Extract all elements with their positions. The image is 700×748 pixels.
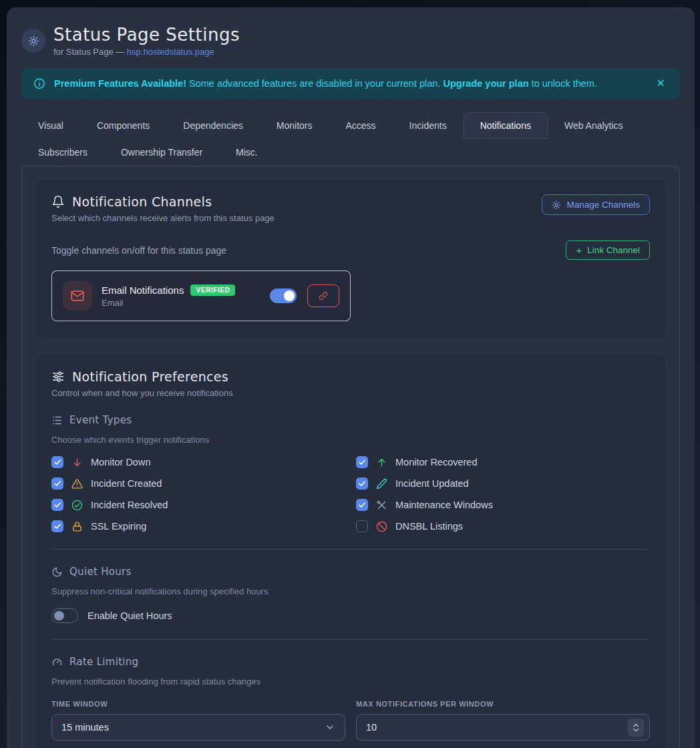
max-notifications-field: MAX NOTIFICATIONS PER WINDOW — [356, 700, 650, 741]
event-checkbox[interactable] — [356, 456, 368, 468]
tab-notifications[interactable]: Notifications — [464, 112, 548, 139]
manage-channels-button[interactable]: Manage Channels — [542, 194, 650, 215]
channels-card-subtitle: Select which channels receive alerts fro… — [51, 213, 275, 223]
tab-incidents[interactable]: Incidents — [393, 112, 464, 139]
event-types-grid: Monitor DownMonitor RecoveredIncident Cr… — [51, 455, 650, 533]
channel-link-button[interactable] — [307, 285, 339, 307]
max-notifications-input[interactable] — [357, 715, 649, 740]
link-channel-button[interactable]: + Link Channel — [566, 240, 650, 260]
arrow-up-icon — [376, 457, 387, 468]
tab-visual[interactable]: Visual — [21, 112, 80, 139]
toggle-knob — [284, 291, 295, 301]
quiet-hours-subtitle: Suppress non-critical notifications duri… — [51, 586, 650, 596]
rate-limiting-subtitle: Prevent notification flooding from rapid… — [51, 677, 650, 687]
banner-suffix-text: to unlock them. — [529, 78, 597, 89]
pencil-icon — [376, 478, 387, 490]
gear-icon — [21, 29, 45, 53]
page-header: Status Page Settings for Status Page — h… — [21, 25, 680, 57]
section-divider — [51, 549, 650, 550]
toggle-channels-hint: Toggle channels on/off for this status p… — [51, 245, 226, 256]
notification-channels-card: Notification Channels Select which chann… — [35, 180, 666, 337]
chevron-down-icon — [325, 722, 335, 733]
event-row: Incident Updated — [356, 477, 650, 490]
page-subtitle: for Status Page — hsp.hostedstatus.page — [53, 47, 240, 57]
event-checkbox[interactable] — [356, 478, 368, 490]
event-checkbox[interactable] — [51, 520, 63, 532]
moon-icon — [51, 566, 63, 578]
tab-monitors[interactable]: Monitors — [260, 112, 329, 139]
upgrade-plan-link[interactable]: Upgrade your plan — [443, 78, 528, 89]
chevron-up-icon — [633, 723, 639, 727]
tab-subscribers[interactable]: Subscribers — [21, 139, 104, 166]
event-checkbox[interactable] — [356, 499, 368, 511]
event-label: Incident Created — [91, 478, 162, 489]
section-divider — [51, 639, 650, 640]
quiet-hours-toggle-label: Enable Quiet Hours — [88, 610, 172, 621]
premium-banner: Premium Features Available! Some advance… — [21, 68, 680, 99]
chevron-down-icon — [633, 728, 639, 732]
link-channel-label: Link Channel — [587, 245, 640, 255]
event-row: SSL Expiring — [51, 520, 345, 533]
lock-icon — [71, 521, 83, 532]
event-row: Monitor Recovered — [356, 455, 650, 469]
number-spinner[interactable] — [628, 719, 644, 737]
event-row: Maintenance Windows — [356, 498, 650, 512]
toggle-knob — [54, 611, 64, 621]
event-checkbox[interactable] — [356, 520, 368, 532]
event-types-section-header: Event Types — [51, 414, 650, 426]
event-checkbox[interactable] — [51, 478, 63, 490]
event-label: DNSBL Listings — [395, 521, 463, 532]
time-window-value: 15 minutes — [61, 722, 109, 733]
max-notifications-label: MAX NOTIFICATIONS PER WINDOW — [356, 700, 650, 708]
banner-close-button[interactable]: ✕ — [654, 75, 668, 91]
quiet-hours-section-header: Quiet Hours — [51, 566, 650, 578]
channel-card-email: Email Notifications VERIFIED Email — [51, 270, 351, 321]
channel-name: Email Notifications — [102, 285, 184, 296]
tab-web-analytics[interactable]: Web Analytics — [548, 112, 640, 139]
preferences-card-subtitle: Control when and how you receive notific… — [51, 388, 650, 398]
tab-ownership-transfer[interactable]: Ownership Transfer — [104, 139, 219, 166]
event-label: SSL Expiring — [91, 521, 146, 532]
event-row: DNSBL Listings — [356, 520, 650, 533]
time-window-select[interactable]: 15 minutes — [51, 714, 345, 741]
time-window-label: TIME WINDOW — [51, 700, 345, 708]
verified-badge: VERIFIED — [190, 285, 235, 296]
status-page-link[interactable]: hsp.hostedstatus.page — [127, 47, 214, 57]
event-checkbox[interactable] — [51, 499, 63, 511]
arrow-down-icon — [71, 457, 83, 468]
channel-type: Email — [102, 298, 260, 308]
event-label: Maintenance Windows — [395, 500, 493, 510]
tab-dependencies[interactable]: Dependencies — [166, 112, 260, 139]
notification-preferences-card: Notification Preferences Control when an… — [35, 355, 666, 748]
event-row: Incident Created — [51, 477, 345, 490]
check-circle-icon — [71, 500, 83, 511]
tab-content-panel: Notification Channels Select which chann… — [21, 166, 680, 748]
channel-info: Email Notifications VERIFIED Email — [102, 285, 260, 308]
bell-icon — [51, 195, 65, 208]
manage-channels-label: Manage Channels — [566, 200, 640, 210]
plus-icon: + — [576, 245, 582, 255]
rate-limiting-section-header: Rate Limiting — [51, 656, 650, 668]
event-label: Monitor Recovered — [395, 457, 478, 467]
channel-toggle[interactable] — [270, 289, 297, 303]
event-types-title: Event Types — [69, 414, 132, 426]
time-window-field: TIME WINDOW 15 minutes — [51, 700, 345, 741]
banner-body-text: Some advanced features are disabled in y… — [186, 78, 443, 89]
preferences-card-title: Notification Preferences — [72, 369, 228, 384]
info-icon — [33, 77, 45, 89]
settings-tabs: VisualComponentsDependenciesMonitorsAcce… — [21, 112, 680, 166]
tab-misc[interactable]: Misc. — [219, 139, 275, 166]
event-row: Incident Resolved — [51, 498, 345, 512]
list-icon — [51, 415, 63, 426]
event-checkbox[interactable] — [51, 456, 63, 468]
event-label: Monitor Down — [91, 457, 150, 467]
tab-components[interactable]: Components — [80, 112, 166, 139]
rate-limiting-title: Rate Limiting — [69, 656, 138, 668]
quiet-hours-toggle[interactable] — [51, 608, 78, 623]
alert-triangle-icon — [71, 478, 83, 490]
mail-icon — [63, 281, 92, 311]
page-title-block: Status Page Settings for Status Page — h… — [53, 25, 240, 57]
subtitle-text: for Status Page — — [53, 47, 127, 57]
channels-card-title: Notification Channels — [72, 194, 212, 209]
tab-access[interactable]: Access — [329, 112, 392, 139]
